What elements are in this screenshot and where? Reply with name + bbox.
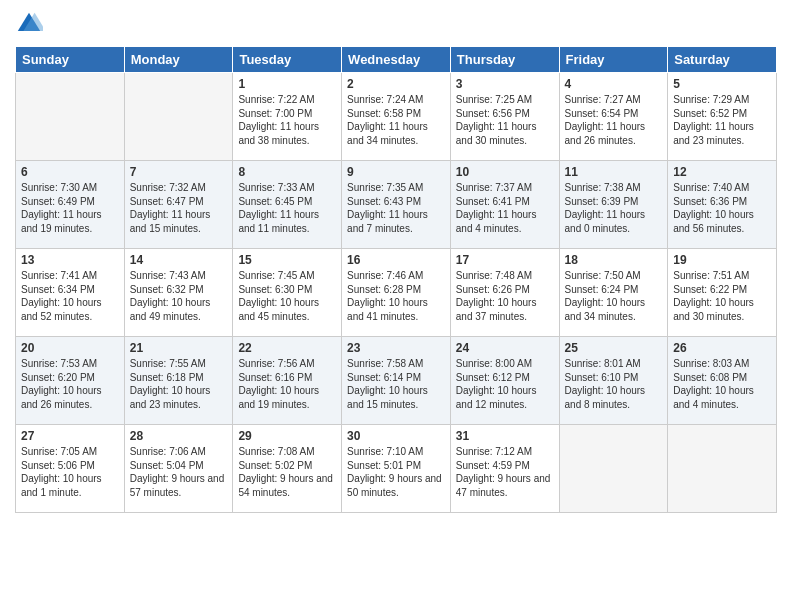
calendar-cell: 5Sunrise: 7:29 AMSunset: 6:52 PMDaylight… (668, 73, 777, 161)
calendar-cell: 22Sunrise: 7:56 AMSunset: 6:16 PMDayligh… (233, 337, 342, 425)
calendar-cell: 21Sunrise: 7:55 AMSunset: 6:18 PMDayligh… (124, 337, 233, 425)
calendar-cell: 23Sunrise: 7:58 AMSunset: 6:14 PMDayligh… (342, 337, 451, 425)
day-number: 20 (21, 341, 119, 355)
day-number: 13 (21, 253, 119, 267)
day-number: 29 (238, 429, 336, 443)
day-info: Sunrise: 7:27 AMSunset: 6:54 PMDaylight:… (565, 93, 663, 147)
calendar-cell: 20Sunrise: 7:53 AMSunset: 6:20 PMDayligh… (16, 337, 125, 425)
day-number: 8 (238, 165, 336, 179)
day-info: Sunrise: 7:51 AMSunset: 6:22 PMDaylight:… (673, 269, 771, 323)
calendar-week-3: 13Sunrise: 7:41 AMSunset: 6:34 PMDayligh… (16, 249, 777, 337)
day-number: 31 (456, 429, 554, 443)
day-info: Sunrise: 7:58 AMSunset: 6:14 PMDaylight:… (347, 357, 445, 411)
day-number: 17 (456, 253, 554, 267)
day-number: 15 (238, 253, 336, 267)
calendar-cell: 17Sunrise: 7:48 AMSunset: 6:26 PMDayligh… (450, 249, 559, 337)
day-info: Sunrise: 7:43 AMSunset: 6:32 PMDaylight:… (130, 269, 228, 323)
day-info: Sunrise: 7:40 AMSunset: 6:36 PMDaylight:… (673, 181, 771, 235)
day-info: Sunrise: 7:25 AMSunset: 6:56 PMDaylight:… (456, 93, 554, 147)
day-info: Sunrise: 7:33 AMSunset: 6:45 PMDaylight:… (238, 181, 336, 235)
calendar-cell: 4Sunrise: 7:27 AMSunset: 6:54 PMDaylight… (559, 73, 668, 161)
day-number: 14 (130, 253, 228, 267)
day-number: 1 (238, 77, 336, 91)
day-number: 26 (673, 341, 771, 355)
day-info: Sunrise: 7:24 AMSunset: 6:58 PMDaylight:… (347, 93, 445, 147)
calendar-cell: 26Sunrise: 8:03 AMSunset: 6:08 PMDayligh… (668, 337, 777, 425)
calendar-cell: 13Sunrise: 7:41 AMSunset: 6:34 PMDayligh… (16, 249, 125, 337)
day-number: 16 (347, 253, 445, 267)
calendar-cell: 3Sunrise: 7:25 AMSunset: 6:56 PMDaylight… (450, 73, 559, 161)
calendar-cell: 16Sunrise: 7:46 AMSunset: 6:28 PMDayligh… (342, 249, 451, 337)
day-header-saturday: Saturday (668, 47, 777, 73)
calendar-cell: 28Sunrise: 7:06 AMSunset: 5:04 PMDayligh… (124, 425, 233, 513)
day-info: Sunrise: 7:35 AMSunset: 6:43 PMDaylight:… (347, 181, 445, 235)
day-number: 25 (565, 341, 663, 355)
day-info: Sunrise: 7:37 AMSunset: 6:41 PMDaylight:… (456, 181, 554, 235)
day-number: 24 (456, 341, 554, 355)
day-info: Sunrise: 7:29 AMSunset: 6:52 PMDaylight:… (673, 93, 771, 147)
day-info: Sunrise: 7:05 AMSunset: 5:06 PMDaylight:… (21, 445, 119, 499)
day-info: Sunrise: 7:55 AMSunset: 6:18 PMDaylight:… (130, 357, 228, 411)
logo-icon (15, 10, 43, 38)
day-header-thursday: Thursday (450, 47, 559, 73)
day-info: Sunrise: 8:01 AMSunset: 6:10 PMDaylight:… (565, 357, 663, 411)
day-info: Sunrise: 7:32 AMSunset: 6:47 PMDaylight:… (130, 181, 228, 235)
day-info: Sunrise: 7:45 AMSunset: 6:30 PMDaylight:… (238, 269, 336, 323)
day-info: Sunrise: 7:38 AMSunset: 6:39 PMDaylight:… (565, 181, 663, 235)
calendar-cell (124, 73, 233, 161)
calendar-cell: 18Sunrise: 7:50 AMSunset: 6:24 PMDayligh… (559, 249, 668, 337)
calendar-cell: 10Sunrise: 7:37 AMSunset: 6:41 PMDayligh… (450, 161, 559, 249)
day-number: 23 (347, 341, 445, 355)
day-number: 7 (130, 165, 228, 179)
calendar-cell: 15Sunrise: 7:45 AMSunset: 6:30 PMDayligh… (233, 249, 342, 337)
day-number: 4 (565, 77, 663, 91)
calendar-cell (559, 425, 668, 513)
day-number: 12 (673, 165, 771, 179)
calendar-header-row: SundayMondayTuesdayWednesdayThursdayFrid… (16, 47, 777, 73)
day-info: Sunrise: 7:41 AMSunset: 6:34 PMDaylight:… (21, 269, 119, 323)
calendar-cell: 9Sunrise: 7:35 AMSunset: 6:43 PMDaylight… (342, 161, 451, 249)
calendar-cell: 12Sunrise: 7:40 AMSunset: 6:36 PMDayligh… (668, 161, 777, 249)
day-number: 27 (21, 429, 119, 443)
calendar-cell: 11Sunrise: 7:38 AMSunset: 6:39 PMDayligh… (559, 161, 668, 249)
day-info: Sunrise: 8:03 AMSunset: 6:08 PMDaylight:… (673, 357, 771, 411)
day-info: Sunrise: 7:12 AMSunset: 4:59 PMDaylight:… (456, 445, 554, 499)
day-header-monday: Monday (124, 47, 233, 73)
calendar-cell: 1Sunrise: 7:22 AMSunset: 7:00 PMDaylight… (233, 73, 342, 161)
calendar-cell: 24Sunrise: 8:00 AMSunset: 6:12 PMDayligh… (450, 337, 559, 425)
day-number: 11 (565, 165, 663, 179)
logo (15, 10, 47, 38)
header (15, 10, 777, 38)
calendar-cell: 6Sunrise: 7:30 AMSunset: 6:49 PMDaylight… (16, 161, 125, 249)
day-number: 21 (130, 341, 228, 355)
calendar-cell: 25Sunrise: 8:01 AMSunset: 6:10 PMDayligh… (559, 337, 668, 425)
day-info: Sunrise: 7:22 AMSunset: 7:00 PMDaylight:… (238, 93, 336, 147)
day-number: 2 (347, 77, 445, 91)
day-number: 3 (456, 77, 554, 91)
calendar-cell: 19Sunrise: 7:51 AMSunset: 6:22 PMDayligh… (668, 249, 777, 337)
day-header-sunday: Sunday (16, 47, 125, 73)
day-number: 6 (21, 165, 119, 179)
calendar-cell: 7Sunrise: 7:32 AMSunset: 6:47 PMDaylight… (124, 161, 233, 249)
calendar-cell: 29Sunrise: 7:08 AMSunset: 5:02 PMDayligh… (233, 425, 342, 513)
day-number: 9 (347, 165, 445, 179)
day-info: Sunrise: 7:48 AMSunset: 6:26 PMDaylight:… (456, 269, 554, 323)
calendar-cell: 27Sunrise: 7:05 AMSunset: 5:06 PMDayligh… (16, 425, 125, 513)
calendar-cell (16, 73, 125, 161)
day-number: 30 (347, 429, 445, 443)
day-info: Sunrise: 7:53 AMSunset: 6:20 PMDaylight:… (21, 357, 119, 411)
day-info: Sunrise: 8:00 AMSunset: 6:12 PMDaylight:… (456, 357, 554, 411)
calendar-cell: 30Sunrise: 7:10 AMSunset: 5:01 PMDayligh… (342, 425, 451, 513)
day-number: 22 (238, 341, 336, 355)
calendar-cell: 2Sunrise: 7:24 AMSunset: 6:58 PMDaylight… (342, 73, 451, 161)
day-info: Sunrise: 7:50 AMSunset: 6:24 PMDaylight:… (565, 269, 663, 323)
day-number: 19 (673, 253, 771, 267)
day-info: Sunrise: 7:08 AMSunset: 5:02 PMDaylight:… (238, 445, 336, 499)
day-info: Sunrise: 7:30 AMSunset: 6:49 PMDaylight:… (21, 181, 119, 235)
calendar-cell: 14Sunrise: 7:43 AMSunset: 6:32 PMDayligh… (124, 249, 233, 337)
day-number: 10 (456, 165, 554, 179)
day-header-tuesday: Tuesday (233, 47, 342, 73)
calendar: SundayMondayTuesdayWednesdayThursdayFrid… (15, 46, 777, 513)
day-number: 5 (673, 77, 771, 91)
calendar-cell (668, 425, 777, 513)
